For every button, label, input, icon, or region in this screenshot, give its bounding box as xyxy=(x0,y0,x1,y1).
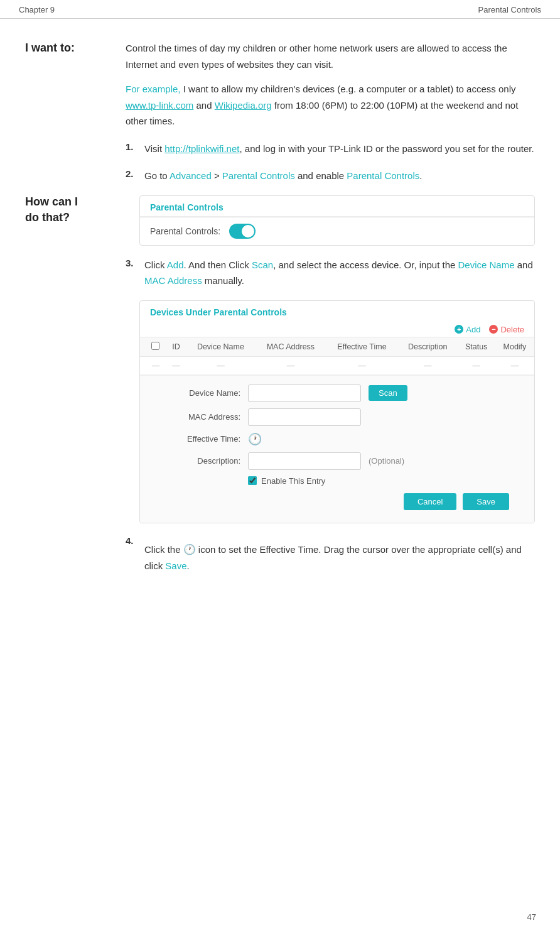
devices-box-title: Devices Under Parental Controls xyxy=(140,301,534,322)
td-id: — xyxy=(166,356,186,374)
effective-time-form-label: Effective Time: xyxy=(165,434,240,444)
parental-controls-link2[interactable]: Parental Controls xyxy=(347,170,419,181)
pc-box-row-label: Parental Controls: xyxy=(150,226,220,236)
section-label: Parental Controls xyxy=(478,5,541,14)
add-device-form: Device Name: Scan document.querySelector… xyxy=(140,375,534,523)
enable-entry-checkbox[interactable] xyxy=(248,476,257,485)
chapter-label: Chapter 9 xyxy=(19,5,55,14)
step-4: 4. Click the 🕐 icon to set the Effective… xyxy=(126,535,535,574)
td-checkbox: — xyxy=(140,356,166,374)
save-link[interactable]: Save xyxy=(165,560,186,571)
th-id: ID xyxy=(166,337,186,356)
th-device-name: Device Name xyxy=(186,337,256,356)
step-4-text: Click the 🕐 icon to set the Effective Ti… xyxy=(144,541,535,574)
th-effective-time: Effective Time xyxy=(326,337,398,356)
example-link2[interactable]: Wikipedia.org xyxy=(215,100,272,111)
step-2-text: Go to Advanced > Parental Controls and e… xyxy=(144,168,535,184)
example-prefix: For example, xyxy=(126,84,181,94)
example-link1[interactable]: www.tp-link.com xyxy=(126,100,193,111)
delete-button[interactable]: − Delete xyxy=(489,325,524,334)
description-form-label: Description: xyxy=(165,456,240,466)
cancel-button[interactable]: Cancel xyxy=(404,493,456,510)
mac-address-form-label: MAC Address: xyxy=(165,412,240,422)
enable-entry-row: Enable This Entry xyxy=(165,476,522,486)
td-device-name: — xyxy=(186,356,256,374)
delete-label: Delete xyxy=(500,325,524,334)
example-mid: and xyxy=(193,100,214,111)
table-row: — — — — — — — — xyxy=(140,356,534,374)
description-input[interactable] xyxy=(248,452,361,470)
form-buttons: Cancel Save xyxy=(165,493,522,514)
parental-controls-toggle[interactable] xyxy=(229,224,256,239)
mac-address-row: MAC Address: xyxy=(165,408,522,426)
td-modify: — xyxy=(495,356,534,374)
th-status: Status xyxy=(458,337,495,356)
step-3: 3. Click Add. And then Click Scan, and s… xyxy=(126,257,535,289)
page-footer: 47 xyxy=(527,912,536,922)
device-name-row: Device Name: Scan document.querySelector… xyxy=(165,385,522,402)
plus-icon: + xyxy=(455,325,463,334)
step-2-num: 2. xyxy=(126,168,138,179)
clock-inline-icon[interactable]: 🕐 xyxy=(183,544,196,555)
step-3-num: 3. xyxy=(126,257,138,268)
optional-text: (Optional) xyxy=(369,456,404,466)
scan-button[interactable]: Scan xyxy=(369,385,407,401)
page-number: 47 xyxy=(527,912,536,922)
effective-time-row: Effective Time: 🕐 xyxy=(165,432,522,446)
step-4-num: 4. xyxy=(126,535,138,546)
example-body: I want to allow my children's devices (e… xyxy=(181,84,516,94)
td-effective-time: — xyxy=(326,356,398,374)
parental-controls-box: Parental Controls Parental Controls: xyxy=(139,195,535,246)
step-1: 1. Visit http://tplinkwifi.net, and log … xyxy=(126,141,535,157)
add-link[interactable]: Add xyxy=(167,259,184,270)
table-header-row: ID Device Name MAC Address Effective Tim… xyxy=(140,337,534,356)
want-to-label: I want to: xyxy=(25,40,126,56)
td-description: — xyxy=(398,356,458,374)
parental-controls-link[interactable]: Parental Controls xyxy=(222,170,295,181)
add-label: Add xyxy=(466,325,480,334)
mac-address-link: MAC Address xyxy=(144,275,202,286)
save-button[interactable]: Save xyxy=(463,493,509,510)
th-mac-address: MAC Address xyxy=(256,337,326,356)
device-name-input[interactable] xyxy=(248,385,361,402)
do-that-label: do that? xyxy=(25,210,126,226)
pc-box-title: Parental Controls xyxy=(140,196,534,217)
advanced-link[interactable]: Advanced xyxy=(170,170,212,181)
scan-link[interactable]: Scan xyxy=(252,259,273,270)
want-to-body: Control the times of day my children or … xyxy=(126,40,535,72)
example-paragraph: For example, I want to allow my children… xyxy=(126,81,535,129)
devices-box: Devices Under Parental Controls + Add − … xyxy=(139,300,535,523)
th-modify: Modify xyxy=(495,337,534,356)
td-mac: — xyxy=(256,356,326,374)
minus-icon: − xyxy=(489,325,498,334)
page-header: Chapter 9 Parental Controls xyxy=(0,0,560,19)
add-button[interactable]: + Add xyxy=(455,325,480,334)
devices-toolbar: + Add − Delete xyxy=(140,322,534,337)
step-3-text: Click Add. And then Click Scan, and sele… xyxy=(144,257,535,289)
step-1-num: 1. xyxy=(126,141,138,152)
step-2: 2. Go to Advanced > Parental Controls an… xyxy=(126,168,535,184)
description-row: Description: (Optional) xyxy=(165,452,522,470)
th-checkbox xyxy=(140,337,166,356)
device-name-link: Device Name xyxy=(458,259,515,270)
select-all-checkbox[interactable] xyxy=(151,342,159,350)
th-description: Description xyxy=(398,337,458,356)
enable-entry-label: Enable This Entry xyxy=(261,476,325,486)
tplinkwifi-link[interactable]: http://tplinkwifi.net xyxy=(164,143,239,154)
clock-icon[interactable]: 🕐 xyxy=(248,432,262,446)
device-name-form-label: Device Name: xyxy=(165,388,240,398)
devices-table: ID Device Name MAC Address Effective Tim… xyxy=(140,337,534,375)
mac-address-input[interactable] xyxy=(248,408,361,426)
td-status: — xyxy=(458,356,495,374)
how-can-i-label: How can I xyxy=(25,194,126,210)
step-1-text: Visit http://tplinkwifi.net, and log in … xyxy=(144,141,535,157)
